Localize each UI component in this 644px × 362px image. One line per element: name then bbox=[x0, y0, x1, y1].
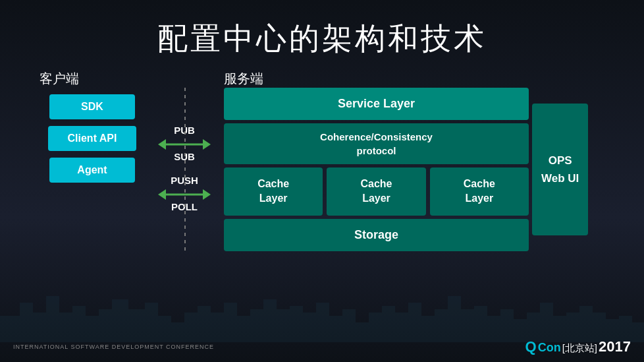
logo-year: 2017 bbox=[599, 338, 631, 355]
pub-arrow bbox=[158, 139, 211, 150]
slide: 配置中心的架构和技术 客户端 服务端 SDK Client API Agent … bbox=[0, 0, 644, 362]
client-api-button[interactable]: Client API bbox=[48, 126, 137, 151]
divider-line bbox=[184, 88, 186, 251]
logo-q: Q bbox=[525, 338, 537, 355]
ops-column: OPSWeb UI bbox=[532, 88, 604, 251]
cache-row: CacheLayer CacheLayer CacheLayer bbox=[224, 167, 529, 216]
sdk-button[interactable]: SDK bbox=[49, 94, 135, 119]
service-layer-box: Service Layer bbox=[224, 88, 529, 120]
server-boxes: Service Layer Coherence/Consistencyproto… bbox=[224, 88, 529, 251]
pub-shaft bbox=[163, 143, 205, 145]
cache-box-1: CacheLayer bbox=[224, 167, 323, 216]
cityscape bbox=[0, 276, 644, 342]
ops-box: OPSWeb UI bbox=[532, 104, 588, 235]
logo-location: [北京站] bbox=[562, 342, 597, 355]
content-area: SDK Client API Agent PUB SUB PUSH bbox=[0, 88, 644, 251]
svg-marker-0 bbox=[0, 296, 644, 342]
labels-row: 客户端 服务端 bbox=[0, 70, 644, 88]
push-arrow bbox=[158, 189, 211, 200]
agent-button[interactable]: Agent bbox=[49, 158, 135, 183]
middle-column: PUB SUB PUSH POLL bbox=[145, 88, 224, 251]
cache-box-2: CacheLayer bbox=[327, 167, 425, 216]
push-shaft bbox=[163, 193, 205, 195]
server-label: 服务端 bbox=[224, 70, 263, 88]
coherence-box: Coherence/Consistencyprotocol bbox=[224, 123, 529, 164]
cache-box-3: CacheLayer bbox=[430, 167, 529, 216]
ops-text: OPSWeb UI bbox=[541, 152, 579, 187]
coherence-text: Coherence/Consistencyprotocol bbox=[320, 131, 433, 156]
client-label: 客户端 bbox=[40, 70, 145, 88]
qcon-logo: Q Con [北京站] 2017 bbox=[525, 338, 631, 355]
storage-box: Storage bbox=[224, 219, 529, 251]
footer: INTERNATIONAL SOFTWARE DEVELOPMENT CONFE… bbox=[0, 338, 644, 355]
client-column: SDK Client API Agent bbox=[40, 88, 145, 251]
conference-label: INTERNATIONAL SOFTWARE DEVELOPMENT CONFE… bbox=[13, 344, 214, 350]
logo-con: Con bbox=[538, 341, 561, 355]
main-title: 配置中心的架构和技术 bbox=[0, 0, 644, 59]
